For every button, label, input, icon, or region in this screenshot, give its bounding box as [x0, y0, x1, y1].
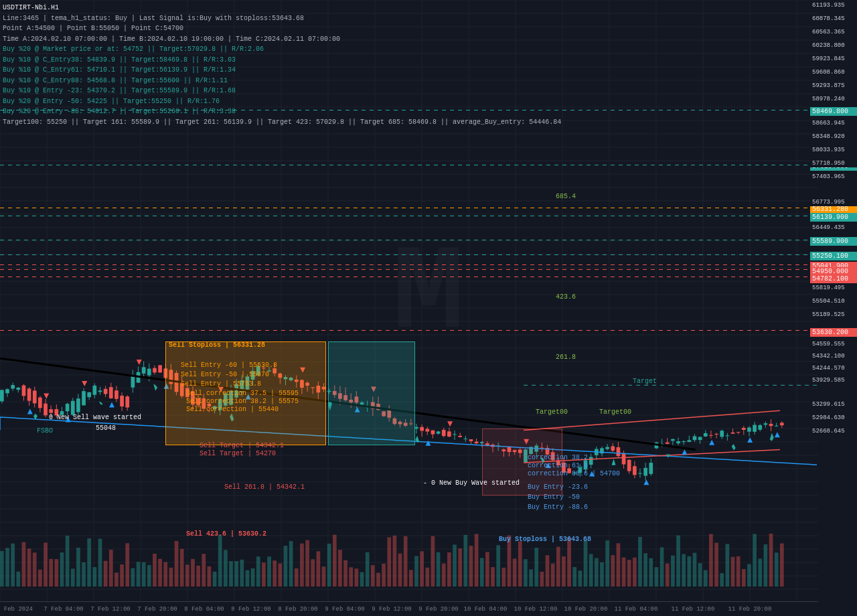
- time-tick-14: 11 Feb 12:00: [672, 606, 715, 613]
- time-tick-10: 10 Feb 04:00: [464, 606, 508, 613]
- hline-55250: [0, 254, 818, 255]
- price-scale-54244: 54244.570: [810, 364, 857, 372]
- price-scale-52984: 52984.630: [810, 414, 857, 422]
- price-scale-61193: 61193.935: [810, 1, 857, 9]
- price-tag-54782: 54782.100: [810, 275, 857, 283]
- price-scale-54559: 54559.555: [810, 340, 857, 348]
- price-scale-52668: 52668.645: [810, 427, 857, 435]
- hline-54782: [0, 277, 818, 277]
- price-tag-58469: 58469.800: [810, 107, 857, 116]
- correction-zone-box: [482, 429, 562, 495]
- price-tag-53630: 53630.200: [810, 328, 857, 337]
- sell-zone-box: [165, 341, 326, 445]
- hline-56139: [0, 216, 818, 216]
- price-scale-59923: 59923.845: [810, 55, 857, 63]
- price-scale-59293: 59293.875: [810, 82, 857, 90]
- time-tick-6: 8 Feb 20:00: [278, 606, 317, 613]
- price-scale-53299: 53299.615: [810, 400, 857, 408]
- price-scale-58033: 58033.935: [810, 146, 857, 154]
- time-tick-11: 10 Feb 12:00: [514, 606, 558, 613]
- price-scale-58348: 58348.920: [810, 133, 857, 141]
- price-scale-53929: 53929.585: [810, 376, 857, 384]
- hline-58469: [0, 110, 818, 110]
- price-tag-55250: 55250.100: [810, 252, 857, 260]
- time-tick-4: 8 Feb 04:00: [184, 606, 224, 613]
- price-scale-58978: 58978.240: [810, 95, 857, 103]
- price-tag-55589: 55589.900: [810, 237, 857, 246]
- price-scale-56773: 56773.995: [810, 198, 857, 206]
- price-tag-56139: 56139.900: [810, 213, 857, 222]
- time-tick-1: 7 Feb 04:00: [44, 606, 83, 613]
- price-scale-58663: 58663.945: [810, 119, 857, 127]
- time-tick-7: 9 Feb 04:00: [325, 606, 364, 613]
- time-tick-3: 7 Feb 20:00: [137, 606, 177, 613]
- price-scale-55504: 55504.510: [810, 297, 857, 305]
- price-scale-60238: 60238.800: [810, 42, 857, 50]
- price-scale-57403: 57403.965: [810, 173, 857, 181]
- time-tick-0: 6 Feb 2024: [0, 606, 33, 613]
- hline-56331: [0, 208, 818, 208]
- price-scale-60878: 60878.345: [810, 15, 857, 23]
- time-tick-8: 9 Feb 12:00: [372, 606, 411, 613]
- hline-54950: [0, 269, 818, 270]
- time-tick-9: 9 Feb 20:00: [418, 606, 458, 613]
- hline-53630: [0, 330, 818, 331]
- fsbo-label: FSBO: [37, 427, 53, 435]
- price-scale-55189: 55189.525: [810, 311, 857, 319]
- chart-canvas: [0, 0, 818, 601]
- chart-container: M USDTIRT-Nbi.H1 Line:3465 | tema_h1_sta…: [0, 0, 857, 616]
- hline-57029: [0, 165, 818, 165]
- time-axis: 6 Feb 2024 7 Feb 04:00 7 Feb 12:00 7 Feb…: [0, 601, 818, 616]
- time-tick-13: 11 Feb 04:00: [615, 606, 658, 613]
- price-scale-60563: 60563.365: [810, 28, 857, 36]
- price-scale-54342: 54342.100: [810, 352, 857, 360]
- price-scale-57718: 57718.950: [810, 159, 857, 167]
- hline-55041: [0, 264, 818, 265]
- price-scale-55819: 55819.495: [810, 284, 857, 292]
- time-tick-12: 10 Feb 20:00: [564, 606, 608, 613]
- price-scale-59608: 59608.860: [810, 68, 857, 76]
- price-scale-56449: 56449.435: [810, 224, 857, 232]
- hline-55589: [0, 240, 818, 240]
- buy-recovery-box: [328, 341, 415, 445]
- time-tick-15: 11 Feb 20:00: [728, 606, 772, 613]
- time-tick-2: 7 Feb 12:00: [90, 606, 130, 613]
- time-tick-5: 8 Feb 12:00: [231, 606, 270, 613]
